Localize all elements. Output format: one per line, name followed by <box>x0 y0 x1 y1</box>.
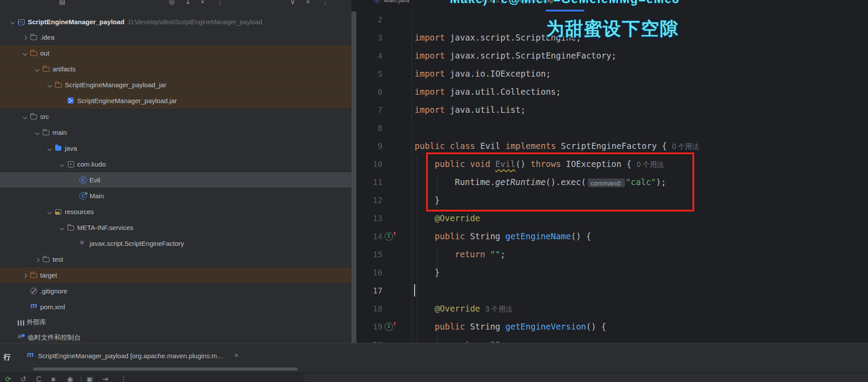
tree-item-label: Evil <box>90 176 100 184</box>
code-token <box>485 340 490 343</box>
tree-item-test[interactable]: test <box>0 252 352 267</box>
tree-item-meta-inf-services[interactable]: META-INF.services <box>0 220 352 235</box>
tree-item-label: ScriptEngineManager_payload_jar <box>65 81 166 89</box>
stop-icon[interactable]: ■ <box>51 376 56 382</box>
code-token: class <box>450 141 475 151</box>
panel-icon[interactable]: ▤ <box>59 0 65 6</box>
kebab-icon[interactable]: ⋮ <box>120 376 127 382</box>
tree-item-label: 临时文件和控制台 <box>28 334 81 342</box>
console-icon <box>18 334 26 341</box>
tree-item-javax-script-scriptenginefactory[interactable]: javax.script.ScriptEngineFactory <box>0 236 352 251</box>
tree-item-com-kudo[interactable]: com.kudo <box>0 156 352 172</box>
code-token: ; <box>500 340 505 343</box>
package-icon <box>67 160 75 168</box>
tree-item-scriptenginemanager-payload[interactable]: ScriptEngineManager_payloadD:\develop\id… <box>0 14 352 30</box>
code-token: ; <box>500 249 505 259</box>
chevron-down-icon[interactable] <box>60 226 64 230</box>
code-token: "" <box>490 249 500 259</box>
close-icon[interactable]: × <box>201 0 205 6</box>
code-token: "calc" <box>626 177 656 187</box>
tree-item-target[interactable]: target <box>0 267 352 283</box>
chevron-right-icon[interactable] <box>23 36 26 39</box>
chevron-down-icon[interactable] <box>35 131 39 134</box>
chevron-down-icon[interactable] <box>48 147 51 150</box>
panel-splitter[interactable] <box>352 11 356 343</box>
hide-icon[interactable]: × <box>306 0 310 6</box>
code-token: @Override <box>435 304 480 313</box>
folder-icon <box>42 129 50 136</box>
tree-item-java[interactable]: java <box>0 141 352 156</box>
undo-icon[interactable]: ↺ <box>20 376 26 382</box>
tree-item-evil[interactable]: Evil <box>0 172 352 188</box>
code-line-20: return ""; <box>415 336 505 343</box>
line-number: 11 <box>356 173 382 191</box>
project-panel-header: ▤◎↧×⋮∨×⋮ <box>0 0 352 11</box>
tree-item-resources[interactable]: resources <box>0 204 352 219</box>
code-line-4: import javax.script.ScriptEngineFactory; <box>415 47 617 65</box>
file-lines-icon <box>79 240 87 247</box>
resume-icon[interactable]: C <box>36 376 41 382</box>
import-icon[interactable]: ⇥ <box>102 376 108 382</box>
run-panel-title: 行 <box>4 353 11 362</box>
tree-item-src[interactable]: src <box>0 109 352 124</box>
line-number: 13 <box>356 209 382 227</box>
close-icon[interactable]: × <box>234 351 239 360</box>
editor-tab-main-java[interactable]: Main.java <box>373 0 409 4</box>
tree-item-out[interactable]: out <box>0 45 352 61</box>
chevron-down-icon[interactable] <box>48 210 51 214</box>
line-number: 12 <box>356 191 382 209</box>
run-config-tab[interactable]: ScriptEngineManager_payload [org.apache.… <box>23 351 239 360</box>
horizontal-scrollbar[interactable] <box>33 367 298 371</box>
tree-item-pom-xml[interactable]: pom.xml <box>0 299 352 315</box>
chevron-down-icon[interactable] <box>11 20 14 24</box>
eye-icon[interactable]: ◉ <box>67 376 73 382</box>
chevron-down-icon[interactable] <box>60 163 64 166</box>
chevron-down-icon[interactable] <box>23 52 26 55</box>
implementing-method-icon[interactable]: I <box>385 323 393 331</box>
tree-item-label: 外部库 <box>26 318 46 326</box>
chevron-down-icon[interactable] <box>35 67 39 71</box>
rerun-icon[interactable]: ⟳ <box>5 376 11 382</box>
chevron-down-icon[interactable]: ∨ <box>290 0 295 6</box>
run-tool-window: 行 ScriptEngineManager_payload [org.apach… <box>0 343 868 382</box>
code-editor[interactable]: 23import javax.script.ScriptEngine;4impo… <box>356 11 868 343</box>
code-line-13: @Override <box>415 209 480 227</box>
editor-tab-label: Main.java <box>384 0 409 4</box>
no-chevron <box>23 305 26 309</box>
tree-item--idea[interactable]: .idea <box>0 30 352 45</box>
usages-hint: 3 个用法 <box>486 305 513 313</box>
project-panel: ▤◎↧×⋮∨×⋮ ScriptEngineManager_payloadD:\d… <box>0 0 352 343</box>
code-line-11: Runtime.getRuntime().exec(command:"calc"… <box>415 173 666 192</box>
chevron-right-icon[interactable] <box>35 258 39 261</box>
line-number: 9 <box>356 137 382 155</box>
tree-item--[interactable]: 外部库 <box>0 315 352 330</box>
locate-file-icon[interactable]: ◎ <box>169 0 175 6</box>
no-chevron <box>72 178 76 182</box>
collapse-all-icon[interactable]: ↧ <box>185 0 191 6</box>
chevron-down-icon[interactable] <box>48 83 51 87</box>
tree-item-main[interactable]: main <box>0 125 352 140</box>
gutter-separator <box>412 11 412 343</box>
line-number: 17 <box>356 282 382 300</box>
maven-icon <box>26 352 34 360</box>
tree-item-scriptenginemanager-payload-jar[interactable]: ScriptEngineManager_payload_jar <box>0 77 352 93</box>
tree-item-scriptenginemanager-payload-jar[interactable]: ScriptEngineManager_payload.jar <box>0 93 352 108</box>
code-token: getRuntime <box>495 177 546 187</box>
chevron-down-icon[interactable] <box>23 115 26 119</box>
implementing-method-icon[interactable]: I <box>385 232 393 241</box>
more-icon[interactable]: ⋮ <box>217 0 224 6</box>
chevron-right-icon[interactable] <box>23 274 26 277</box>
karaoke-caption-fragment: Make) Pe@Mier =GeMeieMMg=eMe8 <box>450 0 680 6</box>
tree-item--[interactable]: 临时文件和控制台 <box>0 330 352 343</box>
line-number: 7 <box>356 101 382 119</box>
code-line-10: public void Evil() throws IOException {0… <box>415 155 664 174</box>
kebab-icon[interactable]: ⋮ <box>322 0 329 6</box>
line-number: 16 <box>356 263 382 282</box>
tree-item-artifacts[interactable]: artifacts <box>0 61 352 77</box>
tree-item-main[interactable]: Main <box>0 188 352 204</box>
tree-item-label: artifacts <box>52 65 76 73</box>
screenshot-icon[interactable]: ▣ <box>86 376 93 382</box>
tree-item--gitignore[interactable]: .gitignore <box>0 283 352 299</box>
code-token <box>490 159 495 169</box>
no-chevron <box>72 242 76 245</box>
